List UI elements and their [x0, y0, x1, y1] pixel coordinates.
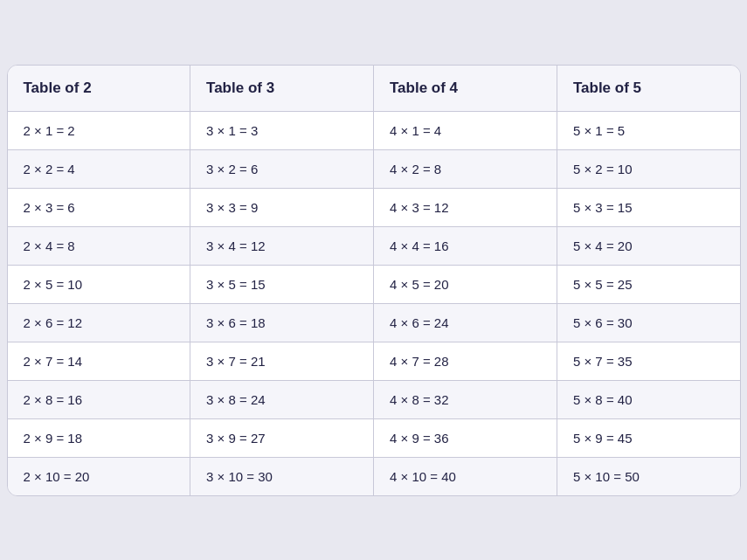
cell-row0-col0: 2 × 1 = 2 [8, 111, 190, 149]
cell-row8-col1: 3 × 9 = 27 [190, 418, 374, 457]
cell-row4-col2: 4 × 5 = 20 [373, 265, 557, 303]
cell-row5-col1: 3 × 6 = 18 [190, 303, 374, 342]
cell-row4-col1: 3 × 5 = 15 [190, 265, 374, 303]
cell-row8-col2: 4 × 9 = 36 [373, 418, 557, 457]
table-header: Table of 2Table of 3Table of 4Table of 5 [8, 66, 740, 112]
header-col-0: Table of 2 [8, 66, 190, 112]
header-col-1: Table of 3 [190, 66, 374, 112]
table-row: 2 × 4 = 83 × 4 = 124 × 4 = 165 × 4 = 20 [8, 226, 740, 265]
table-row: 2 × 1 = 23 × 1 = 34 × 1 = 45 × 1 = 5 [8, 111, 740, 149]
cell-row2-col2: 4 × 3 = 12 [373, 188, 557, 226]
cell-row6-col1: 3 × 7 = 21 [190, 342, 374, 380]
cell-row9-col1: 3 × 10 = 30 [190, 457, 374, 495]
cell-row1-col1: 3 × 2 = 6 [190, 149, 374, 188]
cell-row1-col3: 5 × 2 = 10 [557, 149, 739, 188]
table-row: 2 × 9 = 183 × 9 = 274 × 9 = 365 × 9 = 45 [8, 418, 740, 457]
table-body: 2 × 1 = 23 × 1 = 34 × 1 = 45 × 1 = 52 × … [8, 111, 740, 495]
cell-row6-col0: 2 × 7 = 14 [8, 342, 190, 380]
cell-row2-col0: 2 × 3 = 6 [8, 188, 190, 226]
header-row: Table of 2Table of 3Table of 4Table of 5 [8, 66, 740, 112]
cell-row3-col3: 5 × 4 = 20 [557, 226, 739, 265]
cell-row0-col2: 4 × 1 = 4 [373, 111, 557, 149]
cell-row5-col2: 4 × 6 = 24 [373, 303, 557, 342]
cell-row5-col3: 5 × 6 = 30 [557, 303, 739, 342]
cell-row7-col2: 4 × 8 = 32 [373, 380, 557, 418]
cell-row1-col2: 4 × 2 = 8 [373, 149, 557, 188]
table-row: 2 × 3 = 63 × 3 = 94 × 3 = 125 × 3 = 15 [8, 188, 740, 226]
table-row: 2 × 7 = 143 × 7 = 214 × 7 = 285 × 7 = 35 [8, 342, 740, 380]
cell-row2-col1: 3 × 3 = 9 [190, 188, 374, 226]
cell-row4-col3: 5 × 5 = 25 [557, 265, 739, 303]
table-row: 2 × 2 = 43 × 2 = 64 × 2 = 85 × 2 = 10 [8, 149, 740, 188]
header-col-3: Table of 5 [557, 66, 739, 112]
cell-row5-col0: 2 × 6 = 12 [8, 303, 190, 342]
cell-row3-col2: 4 × 4 = 16 [373, 226, 557, 265]
cell-row4-col0: 2 × 5 = 10 [8, 265, 190, 303]
cell-row3-col0: 2 × 4 = 8 [8, 226, 190, 265]
cell-row9-col2: 4 × 10 = 40 [373, 457, 557, 495]
multiplication-table: Table of 2Table of 3Table of 4Table of 5… [8, 66, 740, 495]
cell-row7-col3: 5 × 8 = 40 [557, 380, 739, 418]
cell-row0-col1: 3 × 1 = 3 [190, 111, 374, 149]
cell-row6-col2: 4 × 7 = 28 [373, 342, 557, 380]
cell-row6-col3: 5 × 7 = 35 [557, 342, 739, 380]
cell-row3-col1: 3 × 4 = 12 [190, 226, 374, 265]
table-row: 2 × 6 = 123 × 6 = 184 × 6 = 245 × 6 = 30 [8, 303, 740, 342]
multiplication-table-container: Table of 2Table of 3Table of 4Table of 5… [7, 65, 741, 496]
cell-row7-col1: 3 × 8 = 24 [190, 380, 374, 418]
cell-row1-col0: 2 × 2 = 4 [8, 149, 190, 188]
table-row: 2 × 5 = 103 × 5 = 154 × 5 = 205 × 5 = 25 [8, 265, 740, 303]
table-row: 2 × 10 = 203 × 10 = 304 × 10 = 405 × 10 … [8, 457, 740, 495]
cell-row7-col0: 2 × 8 = 16 [8, 380, 190, 418]
table-row: 2 × 8 = 163 × 8 = 244 × 8 = 325 × 8 = 40 [8, 380, 740, 418]
cell-row8-col0: 2 × 9 = 18 [8, 418, 190, 457]
cell-row9-col3: 5 × 10 = 50 [557, 457, 739, 495]
cell-row0-col3: 5 × 1 = 5 [557, 111, 739, 149]
cell-row9-col0: 2 × 10 = 20 [8, 457, 190, 495]
header-col-2: Table of 4 [373, 66, 557, 112]
cell-row8-col3: 5 × 9 = 45 [557, 418, 739, 457]
cell-row2-col3: 5 × 3 = 15 [557, 188, 739, 226]
